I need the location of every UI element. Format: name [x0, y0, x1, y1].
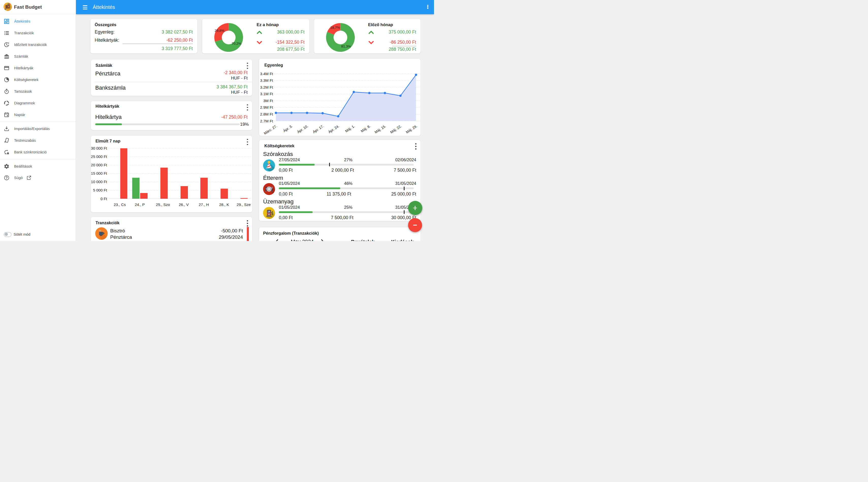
svg-text:Máj. 8.: Máj. 8. — [360, 124, 371, 133]
svg-text:5 000 Ft: 5 000 Ft — [93, 188, 107, 192]
svg-text:Máj. 22.: Máj. 22. — [390, 124, 402, 134]
svg-text:Ápr. 24.: Ápr. 24. — [327, 124, 340, 134]
svg-text:Ápr. 3.: Ápr. 3. — [282, 124, 293, 133]
svg-text:23., Cs: 23., Cs — [114, 202, 126, 207]
svg-text:26., V: 26., V — [179, 202, 188, 207]
svg-text:10 000 Ft: 10 000 Ft — [91, 180, 107, 184]
svg-text:Ápr. 10.: Ápr. 10. — [297, 124, 309, 134]
svg-text:3.4M Ft: 3.4M Ft — [260, 71, 273, 76]
svg-text:Máj. 1.: Máj. 1. — [344, 124, 355, 133]
svg-text:3.2M Ft: 3.2M Ft — [260, 85, 273, 89]
svg-text:3.1M Ft: 3.1M Ft — [260, 92, 273, 96]
svg-text:3M Ft: 3M Ft — [264, 98, 273, 102]
svg-text:15 000 Ft: 15 000 Ft — [91, 171, 107, 176]
svg-text:25 000 Ft: 25 000 Ft — [91, 154, 107, 159]
svg-text:24., P: 24., P — [134, 202, 145, 207]
svg-text:Máj. 15.: Máj. 15. — [374, 124, 386, 134]
svg-text:30 000 Ft: 30 000 Ft — [91, 146, 107, 150]
svg-text:3.3M Ft: 3.3M Ft — [260, 78, 273, 83]
svg-text:Máj. 29.: Máj. 29. — [405, 124, 418, 134]
svg-text:Ápr. 17.: Ápr. 17. — [312, 124, 324, 134]
svg-text:Márc. 27.: Márc. 27. — [263, 124, 278, 135]
svg-text:25., Szo: 25., Szo — [156, 202, 169, 207]
svg-text:27., H: 27., H — [198, 202, 209, 207]
svg-text:2.8M Ft: 2.8M Ft — [260, 112, 273, 116]
svg-text:0 Ft: 0 Ft — [100, 196, 107, 201]
svg-text:20 000 Ft: 20 000 Ft — [91, 163, 107, 167]
svg-text:28., K: 28., K — [219, 202, 229, 207]
svg-text:2.7M Ft: 2.7M Ft — [260, 119, 273, 123]
svg-text:2.9M Ft: 2.9M Ft — [260, 105, 273, 110]
svg-text:29., Sze: 29., Sze — [237, 202, 250, 207]
